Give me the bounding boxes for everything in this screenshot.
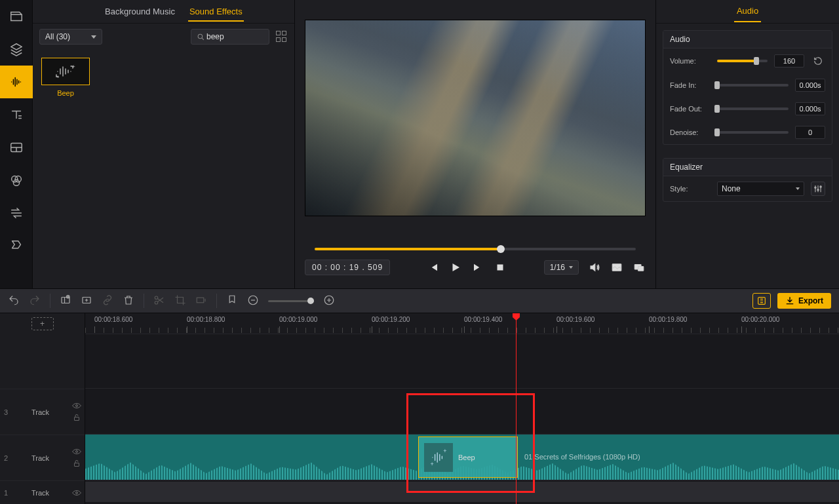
crop-button[interactable] (174, 294, 186, 308)
group-eq-title: Equalizer (663, 159, 832, 176)
redo-button[interactable] (29, 294, 41, 308)
fadein-value[interactable]: 0.000s (795, 79, 825, 92)
chevron-down-icon (91, 35, 96, 39)
denoise-slider[interactable] (717, 131, 789, 134)
preview-panel: 00 : 00 : 19 . 509 1/16 (295, 0, 655, 288)
playhead[interactable] (516, 313, 517, 504)
asset-item[interactable]: + + Beep (41, 58, 90, 97)
fadein-label: Fade In: (670, 81, 711, 89)
eye-icon[interactable] (72, 490, 81, 496)
eq-style-label: Style: (670, 185, 711, 193)
fadeout-value[interactable]: 0.000s (795, 102, 825, 115)
fullscreen-button[interactable] (633, 261, 646, 274)
lock-icon[interactable] (73, 413, 81, 422)
undo-button[interactable] (8, 294, 20, 308)
chevron-down-icon (796, 187, 800, 190)
grid-view-toggle[interactable] (276, 31, 288, 43)
main-clip-label: 01 Secrets of Selfridges (1080p HD) (524, 453, 640, 461)
fadeout-slider[interactable] (717, 107, 789, 110)
asset-thumbnail: + + (41, 58, 90, 85)
track-header-2[interactable]: 2 Track (0, 435, 85, 480)
zoom-ratio[interactable]: 1/16 (544, 260, 579, 275)
lock-icon[interactable] (73, 459, 81, 468)
category-filter[interactable]: All (30) (39, 29, 102, 45)
svg-point-11 (815, 187, 816, 188)
svg-point-4 (198, 34, 203, 39)
timeline-toolbar: Export (0, 288, 839, 313)
clip-label: Beep (458, 454, 475, 461)
zoom-in-button[interactable] (323, 294, 335, 308)
filters-tool[interactable] (0, 164, 33, 197)
svg-point-3 (13, 180, 19, 185)
export-button[interactable]: Export (777, 293, 831, 309)
link-button[interactable] (102, 294, 113, 308)
scissors-button[interactable] (153, 294, 165, 308)
denoise-value[interactable]: 0 (795, 126, 825, 139)
preview-video[interactable] (305, 20, 646, 216)
seek-bar[interactable] (315, 248, 636, 250)
svg-text:+: + (72, 64, 75, 69)
track-lane-3[interactable] (85, 388, 839, 434)
svg-point-2 (15, 176, 21, 182)
svg-point-27 (76, 492, 78, 494)
add-marker-button[interactable] (81, 294, 92, 308)
speed-button[interactable] (195, 294, 207, 308)
eye-icon[interactable] (72, 402, 81, 409)
search-input[interactable] (205, 31, 263, 42)
split-tool[interactable] (0, 131, 33, 164)
stop-button[interactable] (494, 261, 507, 274)
asset-browser: Background Music Sound Effects All (30) (33, 0, 295, 288)
tab-background-music[interactable]: Background Music (104, 1, 176, 22)
asset-name: Beep (57, 89, 74, 97)
track-1-content (85, 482, 839, 502)
delete-button[interactable] (123, 294, 134, 308)
svg-point-17 (155, 296, 158, 300)
timeline: + 3 Track 2 Track 1 Track (0, 313, 839, 504)
reset-volume[interactable] (811, 54, 825, 68)
tab-audio[interactable]: Audio (734, 1, 761, 22)
volume-value[interactable]: 160 (774, 54, 804, 68)
svg-rect-24 (75, 417, 79, 420)
volume-slider[interactable] (717, 60, 768, 62)
track-header-1[interactable]: 1 Track (0, 480, 85, 504)
svg-rect-7 (498, 265, 503, 271)
elements-tool[interactable] (0, 229, 33, 262)
inspector-panel: Audio Audio Volume: 160 Fade In: 0.000s … (655, 0, 839, 288)
play-button[interactable] (449, 261, 462, 274)
media-tool[interactable] (0, 0, 33, 33)
layers-tool[interactable] (0, 33, 33, 66)
eq-style-select[interactable]: None (717, 182, 804, 196)
track-lane-2[interactable]: 01 Secrets of Selfridges (1080p HD) + + … (85, 434, 839, 480)
text-tool[interactable] (0, 98, 33, 131)
zoom-slider[interactable] (268, 300, 314, 302)
mute-button[interactable] (588, 261, 601, 274)
svg-point-23 (76, 404, 78, 406)
group-audio-title: Audio (663, 31, 832, 48)
add-track-button[interactable]: + (31, 317, 54, 330)
svg-point-18 (155, 301, 158, 304)
transitions-tool[interactable] (0, 197, 33, 229)
cut-keep-button[interactable] (60, 294, 71, 308)
next-frame-button[interactable] (471, 261, 484, 274)
clip-beep[interactable]: + + Beep (418, 436, 518, 478)
snapshot-button[interactable] (610, 261, 623, 274)
marker-tool[interactable] (226, 294, 238, 308)
eq-settings-button[interactable] (811, 182, 825, 196)
audio-tool[interactable] (0, 66, 33, 98)
svg-point-25 (76, 450, 78, 452)
svg-text:+: + (430, 460, 433, 467)
render-preview-button[interactable] (752, 293, 771, 309)
tab-sound-effects[interactable]: Sound Effects (188, 1, 244, 22)
prev-frame-button[interactable] (427, 261, 440, 274)
category-filter-label: All (30) (45, 32, 86, 41)
zoom-out-button[interactable] (247, 294, 259, 308)
track-lane-1[interactable] (85, 480, 839, 503)
timeline-tracks: 00:00:18.600 00:00:18.800 00:00:19.000 0… (85, 313, 839, 504)
fadein-slider[interactable] (717, 84, 789, 87)
time-ruler[interactable]: 00:00:18.600 00:00:18.800 00:00:19.000 0… (85, 313, 839, 334)
eye-icon[interactable] (72, 448, 81, 455)
svg-point-12 (817, 189, 819, 191)
track-header-3[interactable]: 3 Track (0, 389, 85, 435)
denoise-label: Denoise: (670, 128, 711, 136)
search-input-wrap[interactable] (191, 29, 269, 45)
